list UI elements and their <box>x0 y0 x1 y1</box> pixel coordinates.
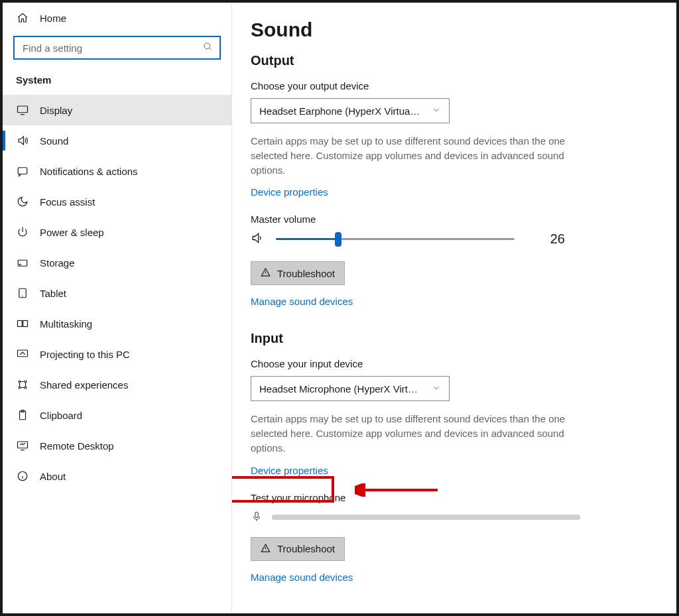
output-choose-label: Choose your output device <box>251 80 658 92</box>
input-device-value: Headset Microphone (HyperX Virt… <box>259 383 418 395</box>
master-volume-row: 26 <box>251 231 658 247</box>
mic-test-row <box>251 510 658 525</box>
sidebar: Home System Display Sound <box>3 3 232 613</box>
output-device-value: Headset Earphone (HyperX Virtua… <box>259 105 420 117</box>
storage-icon <box>16 257 29 269</box>
input-device-select[interactable]: Headset Microphone (HyperX Virt… <box>251 376 450 401</box>
input-choose-label: Choose your input device <box>251 358 658 369</box>
master-volume-slider[interactable] <box>276 233 515 246</box>
output-hint: Certain apps may be set up to use differ… <box>251 134 576 177</box>
clipboard-icon <box>16 409 29 421</box>
svg-rect-1 <box>18 106 28 113</box>
svg-rect-2 <box>18 168 27 174</box>
sidebar-item-clipboard[interactable]: Clipboard <box>3 400 231 430</box>
sidebar-item-tablet[interactable]: Tablet <box>3 278 231 308</box>
sidebar-item-label: Notifications & actions <box>40 166 138 177</box>
svg-rect-17 <box>255 512 259 517</box>
shared-experiences-icon <box>16 379 29 391</box>
output-manage-devices-link[interactable]: Manage sound devices <box>251 296 353 307</box>
power-icon <box>16 226 29 238</box>
sidebar-item-label: Sound <box>40 135 68 147</box>
sidebar-item-shared-experiences[interactable]: Shared experiences <box>3 369 231 400</box>
sidebar-item-power-sleep[interactable]: Power & sleep <box>3 217 231 247</box>
svg-point-9 <box>19 381 21 383</box>
warning-icon <box>261 267 271 279</box>
test-mic-label: Test your microphone <box>251 492 658 503</box>
focus-assist-icon <box>16 196 29 208</box>
remote-desktop-icon <box>16 440 29 452</box>
warning-icon <box>261 543 271 555</box>
sidebar-item-label: Projecting to this PC <box>40 349 130 360</box>
sidebar-item-remote-desktop[interactable]: Remote Desktop <box>3 430 231 461</box>
home-icon <box>16 12 29 24</box>
page-title: Sound <box>251 19 658 41</box>
sidebar-item-label: Power & sleep <box>40 227 104 238</box>
output-heading: Output <box>251 53 658 68</box>
search-icon <box>203 42 213 54</box>
sidebar-item-label: Shared experiences <box>40 379 128 391</box>
master-volume-label: Master volume <box>251 214 658 225</box>
projecting-icon <box>16 348 29 360</box>
input-heading: Input <box>251 331 658 346</box>
main-content: Sound Output Choose your output device H… <box>232 3 676 613</box>
svg-rect-8 <box>18 350 28 357</box>
sidebar-item-label: Storage <box>40 257 75 269</box>
sidebar-item-projecting[interactable]: Projecting to this PC <box>3 339 231 369</box>
tablet-icon <box>16 287 29 299</box>
microphone-icon <box>251 510 263 525</box>
sidebar-nav: Display Sound Notifications & actions Fo… <box>3 95 231 491</box>
home-label: Home <box>40 13 66 24</box>
svg-point-11 <box>19 387 21 389</box>
svg-rect-6 <box>18 321 23 327</box>
sidebar-item-label: Focus assist <box>40 196 95 208</box>
about-icon <box>16 470 29 482</box>
sidebar-item-label: About <box>40 471 66 482</box>
svg-point-10 <box>25 381 27 383</box>
sidebar-item-label: Remote Desktop <box>40 440 114 452</box>
sidebar-item-label: Tablet <box>40 288 66 299</box>
sidebar-item-notifications[interactable]: Notifications & actions <box>3 156 231 186</box>
sidebar-item-display[interactable]: Display <box>3 95 231 125</box>
sidebar-item-about[interactable]: About <box>3 461 231 491</box>
chevron-down-icon <box>432 105 441 117</box>
troubleshoot-label: Troubleshoot <box>277 268 335 279</box>
sidebar-item-label: Clipboard <box>40 410 82 421</box>
sidebar-item-label: Display <box>40 105 72 116</box>
input-manage-devices-link[interactable]: Manage sound devices <box>251 572 353 583</box>
chevron-down-icon <box>432 383 441 395</box>
multitasking-icon <box>16 318 29 330</box>
sidebar-item-storage[interactable]: Storage <box>3 247 231 278</box>
svg-point-0 <box>204 43 210 49</box>
display-icon <box>16 104 29 116</box>
input-troubleshoot-button[interactable]: Troubleshoot <box>251 537 345 561</box>
search-input-field[interactable] <box>21 42 203 54</box>
output-section: Output Choose your output device Headset… <box>251 53 658 307</box>
master-volume-value: 26 <box>550 231 658 247</box>
sidebar-item-label: Multitasking <box>40 318 92 330</box>
sidebar-section-title: System <box>3 72 231 95</box>
home-link[interactable]: Home <box>3 3 231 29</box>
mic-level-bar <box>272 515 580 520</box>
svg-rect-7 <box>23 321 28 327</box>
input-section: Input Choose your input device Headset M… <box>251 331 658 582</box>
search-input[interactable] <box>13 36 221 60</box>
speaker-icon[interactable] <box>251 231 264 247</box>
svg-point-12 <box>25 387 27 389</box>
sidebar-item-multitasking[interactable]: Multitasking <box>3 308 231 339</box>
output-troubleshoot-button[interactable]: Troubleshoot <box>251 261 345 285</box>
sidebar-item-focus-assist[interactable]: Focus assist <box>3 186 231 217</box>
troubleshoot-label: Troubleshoot <box>277 543 335 554</box>
output-device-properties-link[interactable]: Device properties <box>251 186 328 198</box>
input-device-properties-link[interactable]: Device properties <box>251 465 328 476</box>
notifications-icon <box>16 165 29 177</box>
output-device-select[interactable]: Headset Earphone (HyperX Virtua… <box>251 98 450 123</box>
sidebar-item-sound[interactable]: Sound <box>3 125 231 156</box>
input-hint: Certain apps may be set up to use differ… <box>251 412 576 455</box>
svg-point-4 <box>20 264 21 265</box>
sound-icon <box>16 135 29 147</box>
